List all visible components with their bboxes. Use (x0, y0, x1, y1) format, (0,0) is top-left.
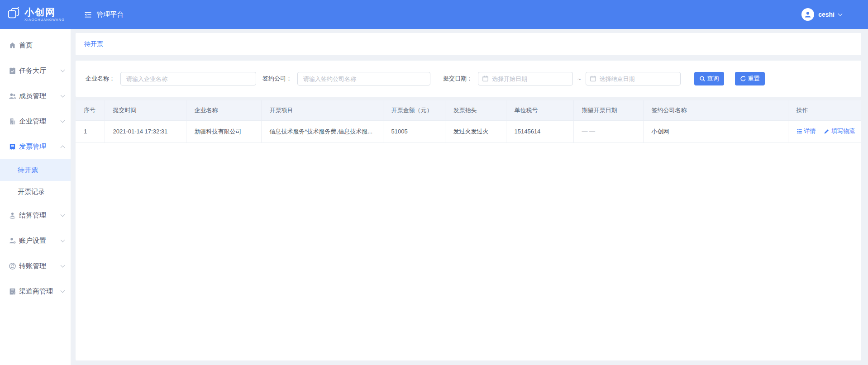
sidebar-item-label: 成员管理 (19, 92, 46, 100)
channel-icon (9, 288, 16, 295)
chevron-down-icon (838, 12, 843, 16)
cell-tax-no: 15145614 (506, 120, 573, 142)
sidebar-item-task-hall[interactable]: 任务大厅 (0, 58, 71, 83)
chevron-down-icon (61, 93, 65, 98)
task-hall-icon (9, 67, 16, 75)
submit-date-label: 提交日期： (443, 75, 472, 83)
sidebar-item-label: 发票管理 (19, 142, 46, 151)
cell-expected-date: — — (573, 120, 643, 142)
chevron-down-icon (61, 119, 65, 123)
cell-amount: 51005 (383, 120, 445, 142)
cell-company: 新疆科技有限公司 (186, 120, 261, 142)
search-button[interactable]: 查询 (694, 72, 724, 85)
column-header-seq: 序号 (76, 100, 105, 120)
brand-name: 小创网 (24, 7, 65, 17)
brand-subtitle: XIAOCHUANGWANG (24, 18, 65, 22)
calendar-icon (482, 75, 489, 83)
table-header-row: 序号 提交时间 企业名称 开票项目 开票金额（元） 发票抬头 单位税号 期望开票… (76, 100, 861, 120)
sidebar-item-label: 任务大厅 (19, 66, 46, 75)
fill-logistics-link[interactable]: 填写物流 (824, 127, 855, 135)
cell-submit-time: 2021-01-14 17:32:31 (105, 120, 186, 142)
sidebar-subitem-label: 开票记录 (18, 188, 45, 196)
members-icon (9, 92, 16, 100)
sidebar-item-label: 转账管理 (19, 262, 46, 270)
nav-title: 管理平台 (84, 10, 124, 19)
user-avatar (801, 8, 814, 21)
top-header: 小创网 XIAOCHUANGWANG 管理平台 ceshi (0, 0, 868, 29)
chevron-down-icon (61, 263, 65, 268)
cell-invoice-title: 发过火发过火 (445, 120, 506, 142)
settlement-icon (9, 212, 16, 219)
pending-invoice-table: 序号 提交时间 企业名称 开票项目 开票金额（元） 发票抬头 单位税号 期望开票… (76, 100, 861, 143)
search-icon (699, 76, 706, 82)
sidebar-item-transfer[interactable]: 转账管理 (0, 253, 71, 279)
chevron-up-icon (61, 145, 65, 150)
column-header-submit-time: 提交时间 (105, 100, 186, 120)
end-date-input[interactable] (586, 72, 681, 85)
nav-title-label[interactable]: 管理平台 (96, 10, 124, 19)
sidebar-item-members[interactable]: 成员管理 (0, 83, 71, 109)
sidebar-subitem-invoice-records[interactable]: 开票记录 (0, 181, 71, 203)
sidebar-item-label: 企业管理 (19, 117, 46, 126)
sidebar-item-home[interactable]: 首页 (0, 33, 71, 58)
chevron-down-icon (61, 213, 65, 217)
edit-pencil-icon (824, 128, 830, 134)
sidebar-item-label: 首页 (19, 41, 33, 50)
cell-invoice-item: 信息技术服务*技术服务费,信息技术服... (261, 120, 383, 142)
sidebar-item-account-settings[interactable]: 账户设置 (0, 228, 71, 253)
sign-company-label: 签约公司： (262, 75, 292, 83)
company-name-label: 企业名称： (86, 75, 115, 83)
collapse-menu-icon[interactable] (84, 10, 92, 19)
invoice-icon (9, 143, 16, 151)
chevron-down-icon (61, 289, 65, 293)
brand-logo-icon (6, 6, 21, 23)
user-menu[interactable]: ceshi (801, 8, 842, 21)
column-header-invoice-title: 发票抬头 (445, 100, 506, 120)
detail-list-icon (796, 128, 802, 134)
sidebar-subitem-pending-invoice[interactable]: 待开票 (0, 159, 71, 181)
sidebar-item-channel[interactable]: 渠道商管理 (0, 279, 71, 304)
column-header-invoice-item: 开票项目 (261, 100, 383, 120)
column-header-amount: 开票金额（元） (383, 100, 445, 120)
brand-logo: 小创网 XIAOCHUANGWANG (0, 6, 71, 23)
sign-company-input[interactable] (297, 72, 430, 85)
sidebar: 首页 任务大厅 (0, 29, 71, 365)
sidebar-item-label: 结算管理 (19, 211, 46, 220)
main-content: 待开票 企业名称： 签约公司： 提交日期： ~ (71, 29, 868, 365)
column-header-tax-no: 单位税号 (506, 100, 573, 120)
account-settings-icon (9, 237, 16, 245)
transfer-icon (9, 262, 16, 270)
company-name-input[interactable] (120, 72, 256, 85)
refresh-icon (740, 76, 746, 82)
filter-bar: 企业名称： 签约公司： 提交日期： ~ (76, 61, 861, 97)
column-header-actions: 操作 (788, 100, 861, 120)
sidebar-subitem-label: 待开票 (18, 166, 38, 175)
pending-invoice-table-card: 序号 提交时间 企业名称 开票项目 开票金额（元） 发票抬头 单位税号 期望开票… (76, 100, 861, 360)
cell-actions: 详情 填写物流 (788, 120, 861, 142)
column-header-expected-date: 期望开票日期 (573, 100, 643, 120)
column-header-company: 企业名称 (186, 100, 261, 120)
start-date-input[interactable] (478, 72, 573, 85)
sidebar-item-settlement[interactable]: 结算管理 (0, 203, 71, 228)
person-icon (804, 10, 812, 19)
reset-button[interactable]: 重置 (735, 72, 765, 85)
user-name: ceshi (818, 11, 835, 18)
table-row: 1 2021-01-14 17:32:31 新疆科技有限公司 信息技术服务*技术… (76, 120, 861, 142)
chevron-down-icon (61, 238, 65, 242)
sidebar-item-invoice-management[interactable]: 发票管理 (0, 134, 71, 159)
cell-seq: 1 (76, 120, 105, 142)
sidebar-item-label: 渠道商管理 (19, 287, 53, 296)
chevron-down-icon (61, 68, 65, 72)
sidebar-item-enterprise[interactable]: 企业管理 (0, 109, 71, 134)
home-icon (9, 42, 16, 49)
enterprise-icon (9, 118, 16, 125)
calendar-icon (590, 75, 596, 83)
detail-link[interactable]: 详情 (796, 127, 816, 135)
column-header-sign-company: 签约公司名称 (643, 100, 788, 120)
breadcrumb: 待开票 (76, 33, 861, 55)
breadcrumb-current: 待开票 (84, 40, 103, 48)
sidebar-item-label: 账户设置 (19, 237, 46, 245)
date-range-separator: ~ (577, 76, 581, 82)
cell-sign-company: 小创网 (643, 120, 788, 142)
